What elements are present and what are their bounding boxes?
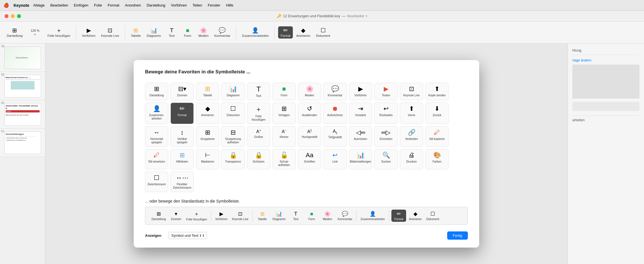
std-keynote-live[interactable]: ⊡ Keynote Live bbox=[230, 210, 250, 222]
menu-hilfe[interactable]: Hilfe bbox=[223, 3, 236, 8]
close-button[interactable] bbox=[5, 14, 8, 18]
menu-vorfuehren[interactable]: Vorführen bbox=[168, 3, 189, 8]
menu-fenster[interactable]: Fenster bbox=[205, 3, 223, 8]
slide-59[interactable]: 59 Manchmal kommt es … bbox=[0, 72, 45, 100]
toolbar-zoomen[interactable]: 129 % ▾ bbox=[26, 28, 44, 37]
std-kommentar[interactable]: 💬 Kommentar bbox=[336, 210, 354, 222]
toolbar-format[interactable]: ✏ Format bbox=[278, 26, 293, 39]
item-schutzen[interactable]: 🔒 Schützen bbox=[247, 149, 270, 169]
item-gruppieren[interactable]: ⊞ Gruppieren bbox=[196, 126, 219, 147]
std-diagramm[interactable]: 📊 Diagramm bbox=[271, 210, 287, 222]
item-vorlagen[interactable]: ⊞ Vorlagen bbox=[272, 103, 296, 124]
item-stil-kopieren[interactable]: 🖊 Stil kopieren bbox=[425, 126, 449, 147]
std-zusammenarbeiten[interactable]: 👤 Zusammenarbeiten bbox=[359, 210, 387, 222]
item-schutz-aufheben[interactable]: 🔓 Schutz aufheben bbox=[272, 149, 296, 169]
std-text[interactable]: T Text bbox=[288, 210, 303, 222]
item-bildeinstellungen[interactable]: 📊 Bildeinstellungen bbox=[349, 149, 372, 169]
item-schriften[interactable]: Aa Schriften bbox=[298, 149, 321, 169]
item-zusammenarbeiten[interactable]: 👤 Zusammen­arbeiten bbox=[145, 103, 168, 124]
std-zoomen[interactable]: ▾ Zoomen bbox=[169, 210, 184, 222]
minimize-button[interactable] bbox=[11, 14, 15, 18]
item-vorfuehren[interactable]: ▶ Vorführen bbox=[349, 83, 372, 100]
std-tabelle[interactable]: ⊞ Tabelle bbox=[255, 210, 270, 222]
item-transparenz[interactable]: 🔒 Transparenz bbox=[221, 149, 245, 169]
fullscreen-button[interactable] bbox=[17, 14, 21, 18]
toolbar-darstellung[interactable]: ⊞ Darstellung bbox=[5, 26, 25, 39]
item-vorwarts[interactable]: ⇥ Vorwärts bbox=[349, 103, 372, 124]
item-form[interactable]: ■ Form bbox=[272, 83, 296, 100]
item-flexibler-zwischenraum[interactable]: ↔⋯ Flexibler Zwischenraum bbox=[170, 172, 194, 192]
toolbar-dokument[interactable]: ☐ Dokument bbox=[314, 26, 332, 39]
menu-einfuegen[interactable]: Einfügen bbox=[71, 3, 91, 8]
item-drucken[interactable]: 🖨 Drucken bbox=[400, 149, 423, 169]
toolbar-folie-hinzufuegen[interactable]: ＋ Folie hinzufügen bbox=[45, 26, 73, 39]
rp-vorlage[interactable]: rlage ändern bbox=[572, 58, 591, 62]
toolbar-vorfuehren[interactable]: ▶ Vorführen bbox=[80, 26, 98, 39]
item-kopie-senden[interactable]: ⬆ Kopie senden bbox=[425, 83, 449, 100]
std-medien[interactable]: 🌸 Medien bbox=[320, 210, 335, 222]
item-vorne[interactable]: ⬆ Vorne bbox=[400, 103, 423, 124]
item-zwischenraum[interactable]: ☐ Zwischenraum bbox=[145, 172, 168, 192]
show-select[interactable]: Symbol und Text Nur Symbol Nur Text bbox=[168, 232, 207, 239]
std-dokument[interactable]: ☐ Dokument bbox=[425, 210, 441, 222]
toolbar-animieren[interactable]: ◆ Animieren bbox=[294, 26, 313, 39]
menu-anordnen[interactable]: Anordnen bbox=[122, 3, 144, 8]
item-keynote-live[interactable]: ⊡ Keynote Live bbox=[400, 83, 423, 100]
item-stil-einsetzen[interactable]: 🖊 Stil einsetzen bbox=[145, 149, 168, 169]
toolbar-zusammenarbeiten[interactable]: 👤 Zusammenarbeiten bbox=[240, 26, 271, 39]
std-folie-hinzufuegen[interactable]: ＋ Folie hinzufügen bbox=[185, 209, 209, 222]
item-grosser[interactable]: A+ Größer bbox=[247, 126, 270, 147]
item-diagramm[interactable]: 📊 Diagramm bbox=[221, 83, 245, 100]
menu-folie[interactable]: Folie bbox=[91, 3, 105, 8]
toolbar-text[interactable]: T Text bbox=[164, 26, 179, 39]
item-format[interactable]: ✏ Format bbox=[170, 103, 194, 124]
item-hilfslinien[interactable]: ⊞ Hilfslinien bbox=[170, 149, 194, 169]
menu-teilen[interactable]: Teilen bbox=[190, 3, 205, 8]
toolbar-kommentar[interactable]: 💬 Kommentar bbox=[212, 26, 233, 39]
item-verbinden[interactable]: 🔗 Verbinden bbox=[400, 126, 423, 147]
item-kommentar[interactable]: 💬 Kommentar bbox=[323, 83, 347, 100]
toolbar-medien[interactable]: 🌸 Medien bbox=[196, 26, 211, 39]
item-text[interactable]: T Text bbox=[247, 83, 270, 100]
std-vorfuehren[interactable]: ▶ Vorführen bbox=[214, 210, 229, 222]
item-tiefgestellt[interactable]: A1 Tiefgestellt bbox=[323, 126, 347, 147]
item-kleiner[interactable]: A− Kleiner bbox=[272, 126, 296, 147]
toolbar-tabelle[interactable]: ⊞ Tabelle bbox=[129, 26, 143, 39]
item-horiz-spiegeln[interactable]: ↔ Horizontal spiegeln bbox=[145, 126, 168, 147]
item-zoomen[interactable]: ⊟▾ Zoomen bbox=[170, 83, 194, 100]
apple-icon[interactable]: 🍎 bbox=[3, 3, 9, 8]
slide-58[interactable]: 58 Anpassbark... bbox=[0, 44, 45, 72]
item-tabelle[interactable]: ⊞ Tabelle bbox=[196, 83, 219, 100]
item-testen[interactable]: ▶ Testen bbox=[374, 83, 398, 100]
item-darstellung[interactable]: ⊞ Darstellung bbox=[145, 83, 168, 100]
std-darstellung[interactable]: ⊞ Darstellung bbox=[150, 210, 168, 222]
fertig-button[interactable]: Fertig bbox=[447, 231, 468, 240]
item-animieren[interactable]: ◆ Animieren bbox=[196, 103, 219, 124]
item-link[interactable]: ↩ Link bbox=[323, 149, 347, 169]
std-format[interactable]: ✏ Format bbox=[391, 210, 406, 222]
menu-bearbeiten[interactable]: Bearbeiten bbox=[48, 3, 71, 8]
item-ausblenden[interactable]: ↺ Ausblenden bbox=[298, 103, 321, 124]
item-dokument[interactable]: ☐ Dokument bbox=[221, 103, 245, 124]
item-folie-hinzufuegen[interactable]: ＋ Folie hinzufügen bbox=[247, 103, 270, 124]
menu-ablage[interactable]: Ablage bbox=[30, 3, 47, 8]
item-maskieren[interactable]: ⊢ Maskieren bbox=[196, 149, 219, 169]
item-medien[interactable]: 🌸 Medien bbox=[298, 83, 321, 100]
toolbar-form[interactable]: ■ Form bbox=[180, 26, 195, 39]
item-gruppierung-aufheben[interactable]: ⊟ Gruppierung aufheben bbox=[221, 126, 245, 147]
toolbar-keynote-live[interactable]: ⊡ Keynote Live bbox=[99, 26, 121, 39]
item-zuruck[interactable]: ⬇ Zurück bbox=[425, 103, 449, 124]
item-hochgestellt[interactable]: A1 Hochgestellt bbox=[298, 126, 321, 147]
slide-61[interactable]: 61 Voreinstellungen • Darstellung der Fu… bbox=[0, 129, 45, 157]
item-aufzeichnen[interactable]: ⏺ Aufzeichnen bbox=[323, 103, 347, 124]
item-vert-spiegeln[interactable]: ↕ Vertikal spiegeln bbox=[170, 126, 194, 147]
toolbar-diagramm[interactable]: 📊 Diagramm bbox=[144, 26, 163, 39]
menu-darstellung[interactable]: Darstellung bbox=[144, 3, 168, 8]
std-form[interactable]: ■ Form bbox=[304, 210, 319, 222]
menu-format[interactable]: Format bbox=[105, 3, 122, 8]
std-animieren[interactable]: ◆ Animieren bbox=[407, 210, 423, 222]
rp-input-1[interactable] bbox=[572, 102, 639, 111]
item-einrucken[interactable]: ═▷ Einrücken bbox=[374, 126, 398, 147]
item-farben[interactable]: 🎨 Farben bbox=[425, 149, 449, 169]
item-suchen[interactable]: 🔍 Suchen bbox=[374, 149, 398, 169]
